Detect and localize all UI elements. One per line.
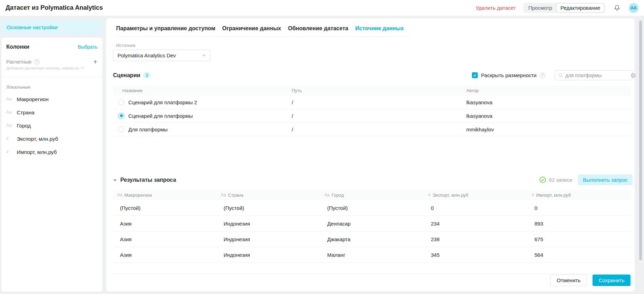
expand-dimensions-help-icon[interactable]: ? xyxy=(540,73,545,78)
scenario-name: Для платформы xyxy=(128,126,168,132)
delete-dataset-button[interactable]: Удалить датасет xyxy=(476,5,516,11)
scenarios-table-header: Название Путь Автор xyxy=(113,85,631,96)
calculated-label: Расчетные xyxy=(6,59,32,65)
col-header-path: Путь xyxy=(292,88,466,93)
result-cell: 234 xyxy=(424,221,528,227)
source-label: Источник xyxy=(116,43,633,48)
result-col-label: Город xyxy=(332,193,344,198)
mode-edit-button[interactable]: Редактирование xyxy=(556,3,604,13)
columns-select-link[interactable]: Выбрать xyxy=(78,44,97,50)
local-columns-label: Локальные xyxy=(6,84,97,90)
scenario-row[interactable]: Для платформы / mmikhaylov xyxy=(113,123,631,136)
scenario-radio[interactable] xyxy=(118,99,124,105)
scenarios-title: Сценарии xyxy=(113,72,140,79)
result-row: Азия Индонезия Денпасар 234 893 xyxy=(113,216,631,231)
result-col-header: Аа Город xyxy=(320,193,424,198)
results-title: Результаты запроса xyxy=(120,177,176,183)
save-button[interactable]: Сохранить xyxy=(593,275,630,286)
result-row: (Пустой) (Пустой) (Пустой) 0 0 xyxy=(113,200,631,216)
card-footer: Отменить Сохранить xyxy=(550,275,630,286)
scenario-search-box[interactable] xyxy=(555,70,633,80)
scenario-name: Сценарий для платформы 2 xyxy=(128,99,197,105)
user-avatar[interactable]: AA xyxy=(629,3,638,13)
result-cell: 238 xyxy=(424,236,528,242)
result-cell: 893 xyxy=(528,221,631,227)
cancel-button[interactable]: Отменить xyxy=(550,275,587,286)
source-select[interactable]: Polymatica Analytics Dev xyxy=(113,50,210,61)
expand-dimensions-label: Раскрыть размерности xyxy=(481,72,537,78)
scenario-name: Сценарий для платформы xyxy=(128,113,193,119)
result-col-header: # Экспорт, млн.руб xyxy=(424,193,528,198)
result-cell: (Пустой) xyxy=(217,205,320,211)
column-label: Макрорегион xyxy=(17,96,48,102)
sidebar-item-main-settings[interactable]: Основные настройки xyxy=(1,20,102,34)
result-cell: Индонезия xyxy=(217,252,320,258)
result-cell: (Пустой) xyxy=(320,205,424,211)
chevron-down-icon xyxy=(202,54,206,57)
scenario-radio-selected[interactable] xyxy=(118,113,124,119)
search-input[interactable] xyxy=(565,73,628,78)
tab-dataset-update[interactable]: Обновление датасета xyxy=(288,25,348,32)
text-type-icon: Аа xyxy=(6,123,13,128)
add-calculated-column-button[interactable]: + xyxy=(93,59,97,65)
sidebar-divider xyxy=(1,77,102,77)
results-table-header: Аа Макрорегион Аа Страна Аа Город # Эксп… xyxy=(113,190,631,200)
column-item-eksport[interactable]: # Экспорт, млн.руб xyxy=(6,132,97,145)
search-icon xyxy=(558,73,563,78)
results-collapse-toggle[interactable]: Результаты запроса xyxy=(113,177,176,183)
number-type-icon: # xyxy=(532,193,534,197)
scenarios-table: Название Путь Автор Сценарий для платфор… xyxy=(113,85,631,136)
records-count: 62 записи xyxy=(549,177,572,183)
columns-title: Колонки xyxy=(6,44,29,50)
results-table: Аа Макрорегион Аа Страна Аа Город # Эксп… xyxy=(113,190,631,274)
expand-dimensions-checkbox[interactable] xyxy=(472,72,478,78)
scenarios-controls: Раскрыть размерности ? xyxy=(472,70,633,80)
scenario-radio[interactable] xyxy=(118,126,124,132)
sidebar-columns-panel: Колонки Выбрать Расчетные ? + Добавьте р… xyxy=(1,38,102,292)
settings-tabs: Параметры и управление доступом Ограниче… xyxy=(116,24,409,36)
scenario-row-selected[interactable]: Сценарий для платформы / lkasyanova xyxy=(113,109,631,123)
success-check-icon xyxy=(539,177,546,183)
text-type-icon: Аа xyxy=(6,97,13,101)
scenario-row[interactable]: Сценарий для платформы 2 / lkasyanova xyxy=(113,96,631,109)
result-col-label: Страна xyxy=(228,193,243,198)
result-cell: 0 xyxy=(424,205,528,211)
calculated-help-icon[interactable]: ? xyxy=(34,59,40,65)
column-label: Импорт, млн,руб xyxy=(17,149,57,155)
text-type-icon: Аа xyxy=(221,193,226,197)
clear-search-icon[interactable] xyxy=(631,73,636,78)
vertical-scrollbar[interactable] xyxy=(639,21,642,260)
results-toolbar: Результаты запроса 62 записи Выполнить з… xyxy=(113,174,633,185)
result-col-label: Экспорт, млн.руб xyxy=(433,193,468,198)
tab-data-source[interactable]: Источник данных xyxy=(355,25,404,32)
result-col-header: # Импорт, млн.руб xyxy=(528,193,631,198)
result-cell: Индонезия xyxy=(217,236,320,242)
notifications-bell-icon[interactable] xyxy=(613,4,621,12)
text-type-icon: Аа xyxy=(324,193,330,197)
result-cell: Азия xyxy=(113,252,217,258)
result-row: Азия Индонезия Маланг 345 564 xyxy=(113,247,631,263)
result-cell: 564 xyxy=(528,252,631,258)
result-cell: Индонезия xyxy=(217,221,320,227)
mode-toggle: Просмотр Редактирование xyxy=(523,3,605,13)
mode-view-button[interactable]: Просмотр xyxy=(524,3,556,12)
tab-parameters-access[interactable]: Параметры и управление доступом xyxy=(116,25,215,32)
scenario-path: / xyxy=(292,113,466,119)
result-cell: Маланг xyxy=(320,252,424,258)
calculated-columns-row: Расчетные ? + xyxy=(6,59,97,65)
column-item-strana[interactable]: Аа Страна xyxy=(6,106,97,119)
text-type-icon: Аа xyxy=(6,110,13,115)
tab-data-restriction[interactable]: Ограничение данных xyxy=(222,25,281,32)
column-item-makroregion[interactable]: Аа Макрорегион xyxy=(6,92,97,106)
sidebar-main-settings-panel: Основные настройки xyxy=(1,20,102,34)
run-query-button[interactable]: Выполнить запрос xyxy=(578,174,633,185)
column-item-gorod[interactable]: Аа Город xyxy=(6,119,97,132)
number-type-icon: # xyxy=(6,136,13,141)
result-cell: Денпасар xyxy=(320,221,424,227)
columns-header: Колонки Выбрать xyxy=(6,44,97,50)
result-col-header: Аа Макрорегион xyxy=(113,193,217,198)
column-item-import[interactable]: # Импорт, млн,руб xyxy=(6,145,97,158)
dataset-settings-card: Параметры и управление доступом Ограниче… xyxy=(106,18,635,292)
result-cell: 0 xyxy=(528,205,631,211)
topbar-actions: Удалить датасет Просмотр Редактирование … xyxy=(476,3,638,13)
